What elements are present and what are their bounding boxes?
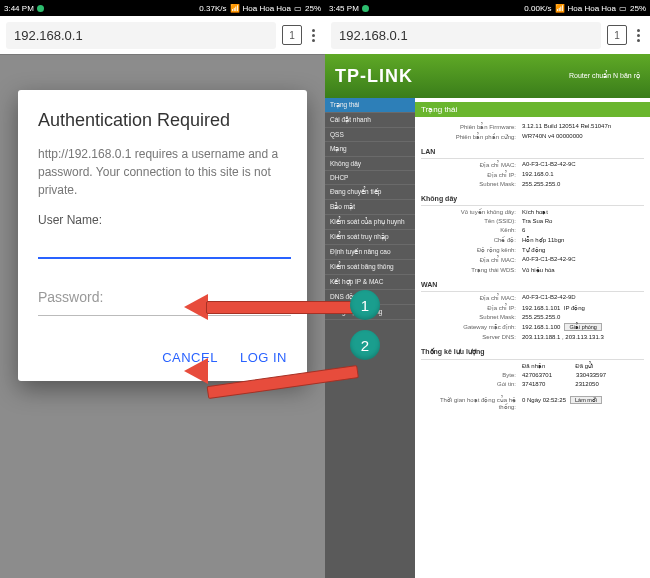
sidebar-item[interactable]: Cài đặt nhanh	[325, 113, 415, 128]
battery-pct: 25%	[305, 4, 321, 13]
battery-pct: 25%	[630, 4, 646, 13]
sidebar-item[interactable]: Mạng	[325, 142, 415, 157]
annotation-arrow-1	[190, 294, 355, 320]
sidebar-item[interactable]: Kiểm soát băng thông	[325, 260, 415, 275]
dialog-message: http://192.168.0.1 requires a username a…	[38, 145, 287, 199]
refresh-button[interactable]: Làm mới	[570, 396, 602, 404]
hardware-label: Phiên bản phần cứng:	[421, 133, 522, 140]
status-bar: 3:45 PM 0.00K/s 📶 Hoa Hoa Hoa ▭ 25%	[325, 0, 650, 16]
record-icon	[362, 5, 369, 12]
annotation-arrow-2	[190, 358, 355, 384]
wlan-heading: Không dây	[421, 192, 644, 206]
sidebar-item[interactable]: DHCP	[325, 171, 415, 185]
router-header: TP-LINK Router chuẩn N băn rộ	[325, 54, 650, 98]
tab-switcher-button[interactable]: 1	[282, 25, 302, 45]
battery-icon: ▭	[294, 4, 302, 13]
record-icon	[37, 5, 44, 12]
annotation-marker-2: 2	[350, 330, 380, 360]
signal-icon: 📶	[230, 4, 240, 13]
net-speed: 0.37K/s	[199, 4, 226, 13]
url-bar: 192.168.0.1 1	[325, 16, 650, 55]
net-speed: 0.00K/s	[524, 4, 551, 13]
annotation-marker-1: 1	[350, 290, 380, 320]
dialog-title: Authentication Required	[38, 110, 287, 131]
sidebar-item[interactable]: QSS	[325, 128, 415, 142]
status-bar: 3:44 PM 0.37K/s 📶 Hoa Hoa Hoa ▭ 25%	[0, 0, 325, 16]
url-input[interactable]: 192.168.0.1	[6, 22, 276, 49]
auth-dialog: Authentication Required http://192.168.0…	[18, 90, 307, 381]
sidebar-item[interactable]: Kiểm soát truy nhập	[325, 230, 415, 245]
battery-icon: ▭	[619, 4, 627, 13]
time-label: 3:44 PM	[4, 4, 34, 13]
sidebar-item[interactable]: Không dây	[325, 157, 415, 171]
sidebar-item[interactable]: Bảo mật	[325, 200, 415, 215]
password-placeholder: Password:	[38, 289, 103, 305]
phone-right: 3:45 PM 0.00K/s 📶 Hoa Hoa Hoa ▭ 25% 192.…	[325, 0, 650, 578]
overflow-menu-icon[interactable]	[633, 29, 644, 42]
traffic-heading: Thống kê lưu lượng	[421, 345, 644, 360]
carrier-label: Hoa Hoa Hoa	[568, 4, 616, 13]
hardware-value: WR740N v4 00000000	[522, 133, 583, 140]
carrier-label: Hoa Hoa Hoa	[243, 4, 291, 13]
lan-heading: LAN	[421, 145, 644, 159]
url-input[interactable]: 192.168.0.1	[331, 22, 601, 49]
overflow-menu-icon[interactable]	[308, 29, 319, 42]
username-label: User Name:	[38, 213, 287, 227]
brand-subtitle: Router chuẩn N băn rộ	[569, 72, 640, 80]
brand-logo: TP-LINK	[335, 66, 413, 87]
sidebar-item[interactable]: Định tuyến nâng cao	[325, 245, 415, 260]
url-bar: 192.168.0.1 1	[0, 16, 325, 55]
sidebar-item[interactable]: Kiểm soát của phụ huynh	[325, 215, 415, 230]
router-main: Trạng thái Phiên bản Firmware:3.12.11 Bu…	[415, 98, 650, 578]
sidebar-item[interactable]: Đang chuyển tiếp	[325, 185, 415, 200]
firmware-label: Phiên bản Firmware:	[421, 123, 522, 130]
time-label: 3:45 PM	[329, 4, 359, 13]
sidebar-item[interactable]: Kết hợp IP & MAC	[325, 275, 415, 290]
wan-heading: WAN	[421, 278, 644, 292]
page-title: Trạng thái	[415, 102, 650, 117]
firmware-value: 3.12.11 Build 120514 Rel.51047n	[522, 123, 611, 130]
release-button[interactable]: Giải phóng	[564, 323, 602, 331]
signal-icon: 📶	[555, 4, 565, 13]
phone-left: 3:44 PM 0.37K/s 📶 Hoa Hoa Hoa ▭ 25% 192.…	[0, 0, 325, 578]
sidebar-item[interactable]: Trạng thái	[325, 98, 415, 113]
username-input[interactable]	[38, 229, 291, 259]
tab-switcher-button[interactable]: 1	[607, 25, 627, 45]
